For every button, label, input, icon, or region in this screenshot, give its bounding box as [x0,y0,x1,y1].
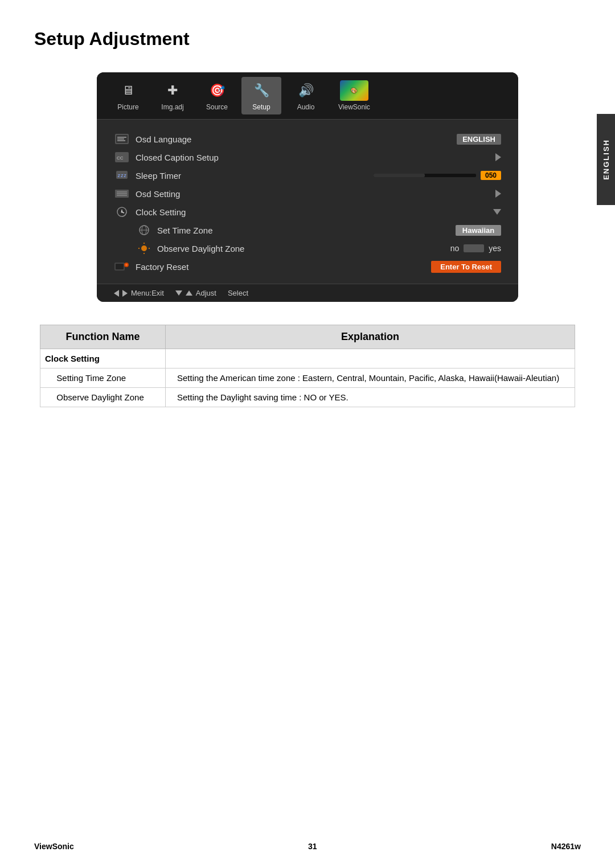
nav-menu-exit: Menu:Exit [114,289,164,297]
nav-item-audio[interactable]: 🔊 Audio [286,77,326,114]
nav-label-source: Source [206,103,228,111]
sleep-timer-slider-container: 050 [374,171,501,180]
table-row-setting-time-zone: Setting Time Zone Setting the American t… [40,369,575,388]
table-cell-time-zone-explanation: Setting the American time zone : Eastern… [166,369,575,388]
daylight-yes-label: yes [489,244,501,253]
svg-point-16 [121,211,123,213]
footer-brand: ViewSonic [34,842,74,851]
table-header-function: Function Name [40,325,166,349]
closed-caption-icon: CC [114,151,130,163]
menu-body: Osd Language ENGLISH CC Closed Caption S… [97,120,518,284]
table-cell-clock-setting-explanation [166,349,575,369]
tri-up-icon [186,290,192,296]
side-tab-label: ENGLISH [602,139,610,180]
footer-model: N4261w [551,842,581,851]
osd-language-value: ENGLISH [457,134,501,145]
daylight-no-label: no [450,244,460,253]
observe-daylight-icon [137,242,151,255]
osd-setting-icon [114,187,130,200]
nav-adjust: Adjust [175,289,216,297]
sub-row-set-time-zone: Set Time Zone Hawaiian [114,221,501,239]
osd-setting-arrow [495,190,501,198]
nav-label-audio: Audio [297,103,315,111]
svg-text:zzz: zzz [117,173,126,178]
sleep-timer-value: 050 [481,171,501,180]
menu-row-osd-setting: Osd Setting [114,185,501,203]
factory-reset-label: Factory Reset [136,262,425,272]
nav-item-imgadj[interactable]: ✚ Img.adj [153,77,192,114]
clock-setting-arrow [493,209,501,215]
clock-setting-icon [114,206,130,218]
daylight-toggle[interactable] [464,244,484,252]
page-title: Setup Adjustment [34,28,581,50]
nav-item-setup[interactable]: 🔧 Setup [241,77,281,114]
function-table: Function Name Explanation Clock Setting … [40,325,575,407]
observe-daylight-label: Observe Daylight Zone [157,244,445,253]
tri-left-icon [114,290,119,297]
svg-point-28 [125,264,128,266]
svg-rect-26 [116,264,124,269]
english-side-tab: ENGLISH [597,114,615,205]
sleep-timer-slider-bar [374,174,476,177]
clock-setting-label: Clock Setting [136,207,485,217]
nav-label-imgadj: Img.adj [161,103,183,111]
nav-item-viewsonic[interactable]: 🎨 ViewSonic [330,77,378,114]
daylight-toggle-row: no yes [450,244,501,253]
nav-item-picture[interactable]: 🖥 Picture [108,77,148,114]
nav-select: Select [228,289,248,297]
table-row-clock-setting: Clock Setting [40,349,575,369]
set-time-zone-label: Set Time Zone [157,226,450,235]
bottom-nav: Menu:Exit Adjust Select [97,284,518,302]
nav-label-setup: Setup [252,103,270,111]
table-cell-daylight-explanation: Setting the Daylight saving time : NO or… [166,388,575,407]
factory-reset-icon [114,260,130,273]
factory-reset-button[interactable]: Enter To Reset [431,261,501,273]
sleep-timer-slider-fill [374,174,425,177]
tri-right-icon [122,290,128,297]
table-row-observe-daylight: Observe Daylight Zone Setting the Daylig… [40,388,575,407]
nav-bar: 🖥 Picture ✚ Img.adj 🎯 Source 🔧 Setup 🔊 A… [97,72,518,120]
viewsonic-icon: 🎨 [340,80,368,101]
menu-row-closed-caption: CC Closed Caption Setup [114,148,501,166]
sleep-timer-icon: zzz [114,169,130,182]
audio-icon: 🔊 [296,80,316,101]
select-label: Select [228,289,248,297]
osd-panel: 🖥 Picture ✚ Img.adj 🎯 Source 🔧 Setup 🔊 A… [97,72,518,302]
sub-row-observe-daylight: Observe Daylight Zone no yes [114,239,501,257]
footer-page-number: 31 [74,842,551,851]
menu-row-sleep-timer: zzz Sleep Timer 050 [114,166,501,185]
menu-row-osd-language: Osd Language ENGLISH [114,130,501,148]
closed-caption-arrow [495,153,501,161]
source-icon: 🎯 [207,80,227,101]
picture-icon: 🖥 [118,80,138,101]
set-time-zone-value: Hawaiian [456,225,501,236]
nav-label-picture: Picture [117,103,138,111]
nav-item-source[interactable]: 🎯 Source [197,77,237,114]
main-content: Setup Adjustment 🖥 Picture ✚ Img.adj 🎯 S… [0,0,615,430]
svg-point-20 [141,245,147,251]
menu-row-factory-reset: Factory Reset Enter To Reset [114,257,501,276]
set-time-zone-icon [137,224,151,236]
imgadj-icon: ✚ [162,80,183,101]
osd-setting-label: Osd Setting [136,189,487,199]
table-cell-daylight-name: Observe Daylight Zone [40,388,166,407]
menu-row-clock-setting: Clock Setting [114,203,501,221]
table-header-explanation: Explanation [166,325,575,349]
setup-icon: 🔧 [251,80,272,101]
nav-label-viewsonic: ViewSonic [338,103,370,111]
menu-exit-label: Menu:Exit [131,289,164,297]
adjust-label: Adjust [196,289,216,297]
sleep-timer-label: Sleep Timer [136,171,368,181]
table-cell-clock-setting-name: Clock Setting [40,349,166,369]
osd-language-label: Osd Language [136,134,451,144]
svg-text:CC: CC [117,155,124,161]
tri-down-icon [175,290,182,296]
table-cell-time-zone-name: Setting Time Zone [40,369,166,388]
osd-language-icon [114,133,130,145]
footer: ViewSonic 31 N4261w [0,842,615,851]
closed-caption-label: Closed Caption Setup [136,153,487,162]
